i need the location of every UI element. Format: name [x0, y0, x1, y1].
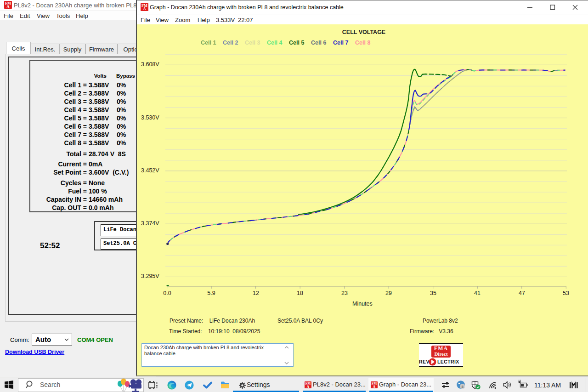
svg-text:A: A [373, 385, 376, 388]
svg-text:8: 8 [462, 385, 464, 389]
svg-text:A: A [307, 385, 310, 388]
